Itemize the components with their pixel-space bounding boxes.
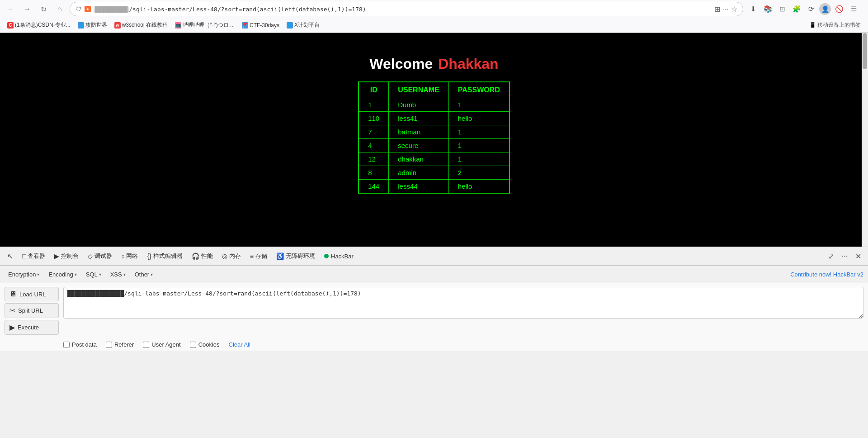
accessibility-icon: ♿ — [276, 252, 284, 260]
bookmark-attackworld[interactable]: 🌐 攻防世界 — [75, 20, 110, 30]
split-url-icon: ✂ — [9, 306, 15, 315]
devtools-more-button[interactable]: ··· — [838, 250, 851, 262]
user-agent-option[interactable]: User Agent — [143, 341, 180, 348]
hackbar-sql-menu[interactable]: SQL ▾ — [82, 269, 105, 280]
hackbar-other-label: Other — [135, 271, 150, 278]
bookmark-xjpt-label: X计划平台 — [294, 21, 320, 29]
hackbar-url-input[interactable] — [63, 287, 863, 319]
welcome-text: Welcome — [369, 56, 433, 72]
bookmark-xjpt[interactable]: 🌐 X计划平台 — [284, 20, 322, 30]
referer-checkbox[interactable] — [106, 342, 112, 348]
address-bar[interactable]: 🛡 ● ██████████/sqli-labs-master/Less-48/… — [70, 2, 743, 16]
bookmark-w3school[interactable]: w w3school 在线教程 — [112, 20, 170, 30]
col-header-username: USERNAME — [389, 82, 449, 98]
hackbar-encryption-menu[interactable]: Encryption ▾ — [5, 269, 43, 280]
table-cell-1-2: hello — [448, 112, 509, 125]
devtools-debugger[interactable]: ◇ 调试器 — [84, 250, 116, 262]
table-cell-2-2: 1 — [448, 125, 509, 139]
forward-button[interactable]: → — [21, 3, 33, 15]
performance-icon: 🎧 — [192, 252, 199, 260]
devtools-style-editor[interactable]: {} 样式编辑器 — [143, 250, 186, 262]
devtools-accessibility[interactable]: ♿ 无障碍环境 — [273, 250, 319, 262]
bookmark-ctf[interactable]: 🚩 CTF-30days — [239, 21, 282, 29]
load-url-button[interactable]: 🖥 Load URL — [5, 287, 59, 301]
table-row: 12dhakkan1 — [359, 152, 509, 166]
network-icon: ↕ — [121, 252, 124, 260]
encryption-dropdown-arrow: ▾ — [37, 272, 39, 277]
devtools-performance[interactable]: 🎧 性能 — [188, 250, 217, 262]
bookmark-csdn[interactable]: C (1条消息)CSDN-专业... — [5, 20, 73, 30]
contribute-link[interactable]: Contribute now! HackBar v2 — [790, 271, 863, 278]
post-data-option[interactable]: Post data — [63, 341, 97, 348]
table-cell-0-1: Dumb — [389, 98, 449, 112]
hackbar-encoding-menu[interactable]: Encoding ▾ — [45, 269, 80, 280]
welcome-name: Dhakkan — [438, 56, 498, 72]
execute-button[interactable]: ▶ Execute — [5, 320, 59, 335]
storage-label: 存储 — [255, 252, 267, 260]
back-button[interactable]: ← — [5, 3, 17, 15]
avatar-button[interactable]: 👤 — [819, 3, 831, 15]
accessibility-label: 无障碍环境 — [286, 252, 315, 260]
devtools-close-button[interactable]: ✕ — [852, 250, 864, 262]
menu-button[interactable]: ☰ — [847, 3, 860, 15]
download-button[interactable]: ⬇ — [747, 3, 760, 15]
style-editor-icon: {} — [147, 252, 151, 260]
style-editor-label: 样式编辑器 — [153, 252, 183, 260]
table-cell-3-0: 4 — [359, 139, 389, 152]
bookmark-bilibili[interactable]: 📺 哔哩哔哩（°-°)つロ ... — [172, 20, 237, 30]
devtools-memory[interactable]: ◎ 内存 — [218, 250, 245, 262]
execute-label: Execute — [18, 324, 39, 331]
cookies-checkbox[interactable] — [190, 342, 196, 348]
bookmark-w3school-icon: w — [114, 22, 121, 29]
browser-chrome: ← → ↻ ⌂ 🛡 ● ██████████/sqli-labs-master/… — [0, 0, 868, 33]
select-icon: ↖ — [7, 252, 13, 261]
devtools-inspector[interactable]: □ 查看器 — [19, 250, 49, 262]
other-dropdown-arrow: ▾ — [151, 272, 153, 277]
extensions-button[interactable]: 🧩 — [790, 3, 803, 15]
post-data-checkbox[interactable] — [63, 342, 70, 348]
inspector-icon: □ — [22, 252, 26, 260]
table-cell-5-2: 2 — [448, 166, 509, 180]
scrollbar-track[interactable] — [862, 33, 868, 247]
devtools-expand-button[interactable]: ⤢ — [825, 250, 837, 262]
devtools-hackbar[interactable]: HackBar — [321, 251, 357, 262]
hackbar-xss-menu[interactable]: XSS ▾ — [107, 269, 129, 280]
table-cell-4-1: dhakkan — [389, 152, 449, 166]
table-cell-6-1: less44 — [389, 180, 449, 194]
library-button[interactable]: 📚 — [761, 3, 774, 15]
devtools-console[interactable]: ▶ 控制台 — [51, 250, 82, 262]
referer-option[interactable]: Referer — [106, 341, 134, 348]
tab-button[interactable]: ⊡ — [776, 3, 788, 15]
star-icon[interactable]: ☆ — [731, 5, 737, 14]
reload-button[interactable]: ↻ — [37, 3, 50, 15]
hackbar-other-menu[interactable]: Other ▾ — [131, 269, 157, 280]
block-button[interactable]: 🚫 — [833, 3, 845, 15]
split-url-button[interactable]: ✂ Split URL — [5, 303, 59, 318]
devtools-network[interactable]: ↕ 网络 — [118, 250, 142, 262]
table-cell-0-2: 1 — [448, 98, 509, 112]
user-agent-checkbox[interactable] — [143, 342, 149, 348]
clear-all-button[interactable]: Clear All — [229, 341, 250, 348]
table-cell-5-1: admin — [389, 166, 449, 180]
address-bar-text: ██████████/sqli-labs-master/Less-48/?sor… — [94, 6, 712, 13]
devtools-right-buttons: ⤢ ··· ✕ — [825, 250, 864, 262]
table-row: 7batman1 — [359, 125, 509, 139]
hackbar-dot-icon — [324, 254, 329, 258]
storage-icon: ≡ — [250, 252, 254, 260]
hackbar-options: Post data Referer User Agent Cookies Cle… — [0, 338, 868, 351]
hackbar-label: HackBar — [331, 253, 354, 260]
console-label: 控制台 — [61, 252, 79, 260]
scrollbar-thumb[interactable] — [863, 33, 867, 69]
referer-label: Referer — [114, 341, 134, 348]
console-icon: ▶ — [54, 252, 59, 260]
devtools-storage[interactable]: ≡ 存储 — [246, 250, 271, 262]
inspector-label: 查看器 — [28, 252, 45, 260]
table-cell-1-1: less41 — [389, 112, 449, 125]
bookmark-mobile[interactable]: 📱 移动设备上的书签 — [807, 20, 863, 30]
sync-button[interactable]: ⟳ — [805, 3, 817, 15]
devtools-select[interactable]: ↖ — [4, 250, 17, 262]
home-button[interactable]: ⌂ — [53, 3, 66, 15]
cookies-option[interactable]: Cookies — [190, 341, 220, 348]
bookmark-bilibili-icon: 📺 — [175, 22, 181, 29]
hackbar-left-buttons: 🖥 Load URL ✂ Split URL ▶ Execute — [5, 287, 59, 335]
